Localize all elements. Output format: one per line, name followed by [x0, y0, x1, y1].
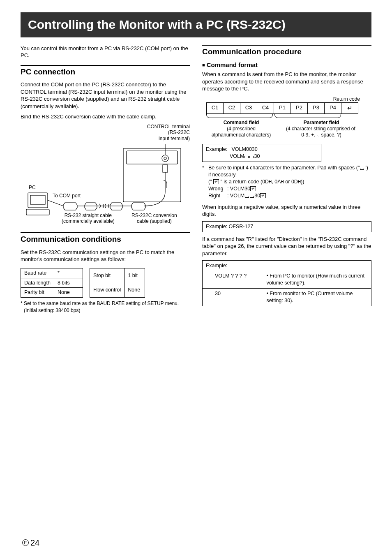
page-title-banner: Controlling the Monitor with a PC (RS-23…: [21, 12, 371, 37]
region-e-icon: E: [22, 539, 29, 546]
svg-rect-5: [163, 165, 168, 172]
comm-procedure-heading: Communication procedure: [202, 45, 371, 57]
negative-value-note: When inputting a negative value, specify…: [202, 204, 371, 218]
svg-rect-8: [28, 193, 48, 208]
svg-rect-1: [127, 151, 178, 164]
parameter-field-label: Parameter field: [304, 120, 339, 125]
command-field-label: Command field: [224, 120, 259, 125]
to-com-port-label: To COM port: [53, 193, 81, 199]
svg-point-2: [162, 155, 168, 162]
command-field-sub: (4 prescribed alphanumerical characters): [212, 126, 271, 138]
svg-rect-10: [26, 209, 49, 215]
parameter-padding-note: * Be sure to input 4 characters for the …: [202, 164, 371, 199]
straight-cable-label: RS-232 straight cable (commercially avai…: [62, 213, 115, 224]
connection-diagram: CONTROL terminal (RS-232C input terminal…: [21, 124, 190, 227]
command-format-text: When a command is sent from the PC to th…: [202, 71, 371, 92]
svg-rect-0: [123, 148, 181, 202]
pc-connection-heading: PC connection: [21, 65, 190, 77]
comm-conditions-text: Set the RS-232C communication settings o…: [21, 249, 190, 263]
return-code-label: Return code: [202, 96, 362, 102]
command-format-heading: Command format: [202, 61, 371, 69]
svg-point-3: [164, 157, 166, 160]
spec-table-2: Stop bit1 bit Flow controlNone: [90, 268, 145, 298]
left-column: You can control this monitor from a PC v…: [21, 45, 190, 317]
conversion-cable-label: RS-232C conversion cable (supplied): [131, 213, 177, 224]
svg-line-11: [48, 200, 63, 206]
page-number: E24: [22, 537, 39, 548]
pc-connection-p1: Connect the COM port on the PC (RS-232C …: [21, 81, 190, 110]
comm-conditions-heading: Communication conditions: [21, 232, 190, 245]
example-ofsr-box: Example: OFSR-127: [202, 221, 371, 232]
svg-rect-9: [30, 195, 45, 204]
example-volm-box: Example: VOLM0030 VOLM30: [202, 144, 321, 162]
query-example-table: Example: VOLM ? ? ? ? • From PC to monit…: [202, 260, 371, 306]
baud-note: * Set to the same baud rate as the BAUD …: [21, 300, 190, 313]
command-cells: C1 C2 C3 C4 P1 P2 P3 P4 ↵: [206, 102, 358, 114]
intro-text: You can control this monitor from a PC v…: [21, 45, 190, 59]
r-direction-note: If a command has "R" listed for "Directi…: [202, 236, 371, 257]
parameter-field-sub: (4 character string comprised of: 0-9, +…: [286, 126, 357, 138]
right-column: Communication procedure Command format W…: [202, 45, 371, 317]
pc-label: PC: [29, 185, 36, 190]
pc-connection-p2: Bind the RS-232C conversion cable with t…: [21, 113, 190, 120]
spec-table-1: Baud rate* Data length8 bits Parity bitN…: [21, 268, 83, 298]
